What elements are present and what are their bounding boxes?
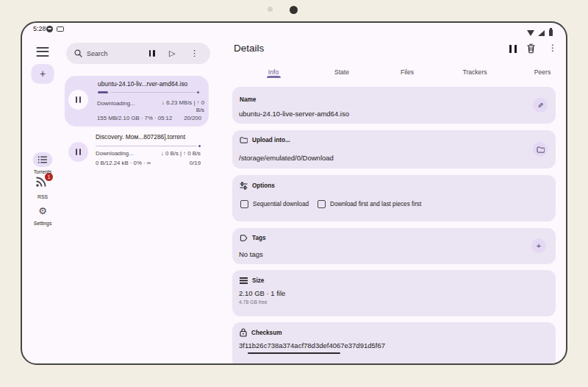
delete-icon[interactable] <box>526 43 536 54</box>
torrent-peers: 20/200 <box>184 115 201 121</box>
torrent-row-discovery[interactable]: Discovery. Мом...807286].torrent Downloa… <box>65 132 209 173</box>
display-notification-icon <box>57 26 64 32</box>
torrent-name: Discovery. Мом...807286].torrent <box>96 133 206 141</box>
tab-peers[interactable]: Peers <box>534 68 551 76</box>
torrent-info: 0 B/12.24 kB · 0% · ∞ <box>96 160 151 166</box>
checksum-value: 3f11b26c738a374acf78d3def4067e37d91d5f67 <box>239 341 385 349</box>
first-last-pieces-checkbox[interactable]: Download first and last pieces first <box>318 200 421 208</box>
size-value: 2.10 GB · 1 file <box>239 289 285 297</box>
tag-icon <box>240 234 248 242</box>
torrent-list-icon <box>38 156 48 163</box>
folder-icon <box>537 146 545 153</box>
upload-path-value: /storage/emulated/0/Download <box>239 154 334 162</box>
sidebar-label-rss: RSS <box>37 194 48 199</box>
tab-files[interactable]: Files <box>401 68 414 76</box>
search-icon <box>74 43 82 64</box>
size-label: Size <box>240 277 264 284</box>
lock-icon <box>240 328 247 337</box>
camera-dot <box>290 6 298 14</box>
checksum-label: Checksum <box>240 328 282 337</box>
wifi-icon <box>527 30 534 36</box>
tab-state[interactable]: State <box>334 68 349 76</box>
torrent-peers: 0/19 <box>190 160 201 166</box>
battery-icon <box>549 29 553 36</box>
torrent-status: Downloading... <box>97 100 135 107</box>
edit-name-button[interactable]: ✎ <box>533 98 548 113</box>
settings-gear-icon[interactable]: ⚙ <box>38 205 47 216</box>
details-menu-button[interactable]: ⋮ <box>548 43 557 53</box>
nav-rail: + Torrents 1 RSS ⚙ Settings <box>28 23 57 363</box>
choose-folder-button[interactable] <box>533 142 548 157</box>
tab-trackers[interactable]: Trackers <box>462 68 487 76</box>
torrent-progress-bar <box>98 91 199 93</box>
camera-dot-secondary <box>268 7 273 12</box>
details-pause-button[interactable] <box>509 45 517 53</box>
tags-card: Tags No tags + <box>232 228 556 264</box>
sidebar-label-settings: Settings <box>34 221 52 226</box>
tune-icon <box>240 182 248 190</box>
folder-icon <box>240 137 248 143</box>
name-label: Name <box>240 96 256 103</box>
torrent-row-ubuntu[interactable]: ubuntu-24.10-liv...rver-amd64.iso Downlo… <box>65 76 209 127</box>
tablet-screen: 5:28 + Torrents 1 RSS ⚙ Settings <box>21 21 567 365</box>
search-bar[interactable]: Search ▷ ⋮ <box>66 43 210 64</box>
free-space-value: 4.78 GB free <box>239 299 268 305</box>
checkbox-icon <box>240 200 248 208</box>
cell-signal-icon <box>538 30 545 36</box>
tags-label: Tags <box>240 234 266 242</box>
pause-all-button[interactable] <box>149 43 155 64</box>
torrent-speeds: ↓ 6.23 MB/s | ↑ 0 B/s <box>156 99 204 113</box>
sidebar-item-torrents[interactable] <box>33 152 53 167</box>
details-title: Details <box>234 43 264 54</box>
upload-label: Upload into... <box>240 137 290 143</box>
size-card: Size 2.10 GB · 1 file 4.78 GB free <box>232 270 556 316</box>
torrent-pause-button[interactable] <box>68 90 88 110</box>
tags-value: No tags <box>239 250 263 258</box>
name-card: Name ubuntu-24.10-live-server-amd64.iso … <box>232 87 556 124</box>
torrent-info: 155 MB/2.10 GB · 7% · 05:12 <box>97 115 172 121</box>
pencil-icon: ✎ <box>537 102 543 110</box>
sidebar-item-rss[interactable]: 1 <box>35 176 50 189</box>
checksum-card: Checksum 3f11b26c738a374acf78d3def4067e3… <box>232 322 556 365</box>
menu-icon[interactable] <box>37 47 49 59</box>
options-label: Options <box>240 182 275 190</box>
list-menu-button[interactable]: ⋮ <box>190 43 198 64</box>
torrent-status: Downloading... <box>96 150 134 157</box>
torrent-name: ubuntu-24.10-liv...rver-amd64.iso <box>98 80 205 88</box>
torrent-progress-bar <box>96 145 201 147</box>
add-tag-button[interactable]: + <box>531 238 546 253</box>
name-value: ubuntu-24.10-live-server-amd64.iso <box>239 110 349 118</box>
resume-all-button[interactable]: ▷ <box>169 43 175 64</box>
torrent-speeds: ↓ 0 B/s | ↑ 0 B/s <box>161 150 201 157</box>
tab-info[interactable]: Info <box>268 68 279 76</box>
rss-badge: 1 <box>45 173 53 181</box>
active-tab-indicator <box>267 76 281 78</box>
upload-path-card: Upload into... /storage/emulated/0/Downl… <box>232 130 556 168</box>
storage-lines-icon <box>240 277 248 284</box>
checksum-underline <box>248 352 340 354</box>
search-input[interactable]: Search <box>87 43 108 64</box>
sequential-download-checkbox[interactable]: Sequential download <box>240 200 309 208</box>
add-torrent-button[interactable]: + <box>32 64 54 84</box>
checkbox-icon <box>318 200 326 208</box>
options-card: Options Sequential download Download fir… <box>232 175 556 221</box>
torrent-pause-button[interactable] <box>68 142 88 162</box>
